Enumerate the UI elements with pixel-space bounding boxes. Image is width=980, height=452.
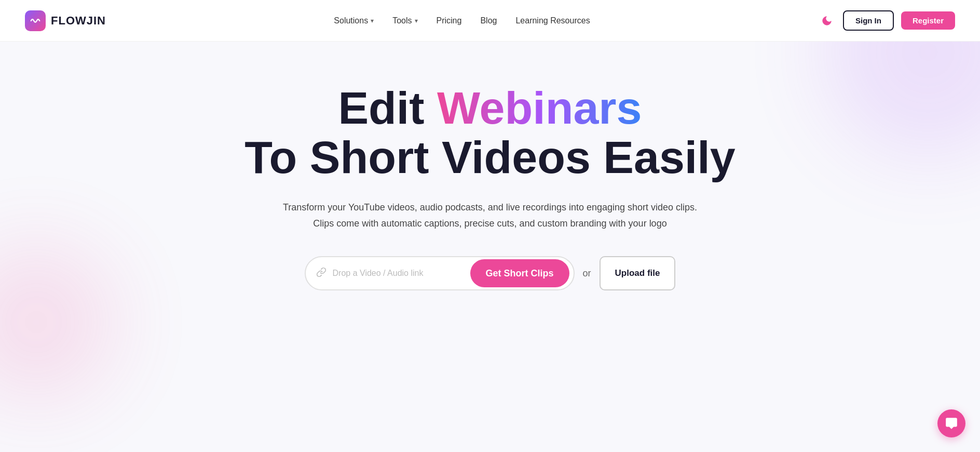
nav-pricing-label: Pricing (437, 16, 462, 25)
nav-center: Solutions ▾ Tools ▾ Pricing Blog Learnin… (334, 16, 590, 25)
hero-title-gradient: Webinars (437, 82, 642, 134)
nav-right: Sign In Register (818, 10, 955, 31)
nav-solutions-label: Solutions (334, 16, 368, 25)
nav-learning-resources[interactable]: Learning Resources (515, 16, 590, 25)
link-icon (316, 267, 326, 280)
upload-file-button[interactable]: Upload file (600, 256, 676, 290)
chat-icon (945, 417, 958, 430)
hero-title-line2: To Short Videos Easily (244, 131, 735, 183)
sign-in-button[interactable]: Sign In (843, 10, 894, 31)
hero-title: Edit Webinars To Short Videos Easily (244, 83, 735, 182)
nav-tools-label: Tools (392, 16, 412, 25)
url-input-wrapper: Get Short Clips (305, 256, 575, 290)
video-url-input[interactable] (333, 269, 464, 278)
hero-section: Edit Webinars To Short Videos Easily Tra… (0, 42, 980, 322)
nav-blog[interactable]: Blog (480, 16, 497, 25)
input-row: Get Short Clips or Upload file (305, 256, 676, 290)
hero-title-static: Edit (338, 82, 437, 134)
nav-blog-label: Blog (480, 16, 497, 25)
get-clips-button[interactable]: Get Short Clips (470, 259, 569, 287)
logo[interactable]: FLOWJIN (25, 10, 106, 31)
nav-solutions[interactable]: Solutions ▾ (334, 16, 374, 25)
theme-toggle-button[interactable] (818, 12, 836, 30)
chevron-down-icon: ▾ (415, 17, 418, 24)
register-button[interactable]: Register (901, 11, 955, 30)
nav-pricing[interactable]: Pricing (437, 16, 462, 25)
nav-learning-resources-label: Learning Resources (515, 16, 590, 25)
chevron-down-icon: ▾ (371, 17, 374, 24)
nav-tools[interactable]: Tools ▾ (392, 16, 417, 25)
logo-icon (25, 10, 46, 31)
navbar: FLOWJIN Solutions ▾ Tools ▾ Pricing Blog… (0, 0, 980, 42)
or-separator: or (583, 268, 591, 279)
chat-support-button[interactable] (937, 409, 965, 437)
moon-icon (821, 15, 833, 26)
logo-wave-icon (30, 15, 41, 26)
logo-text: FLOWJIN (51, 14, 106, 28)
hero-subtitle: Transform your YouTube videos, audio pod… (277, 200, 703, 231)
